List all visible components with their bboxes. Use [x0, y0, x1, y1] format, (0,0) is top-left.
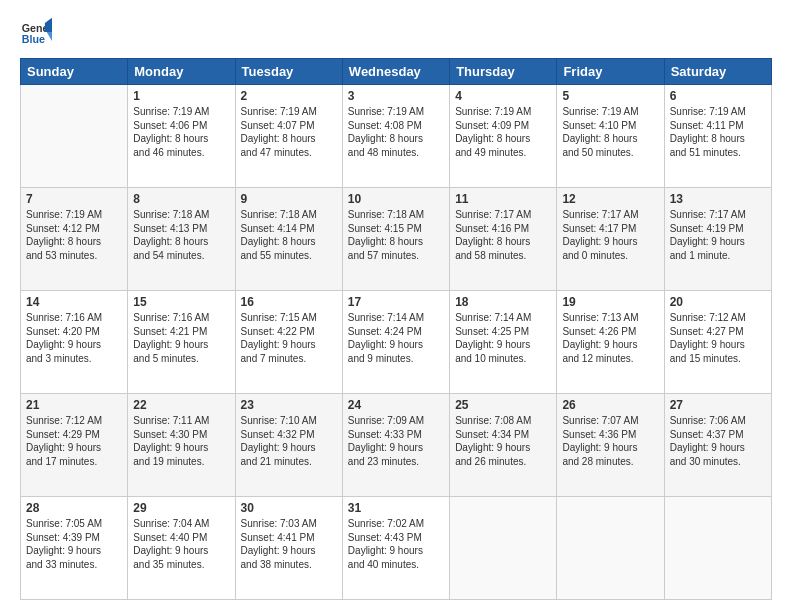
- calendar-cell: 15Sunrise: 7:16 AM Sunset: 4:21 PM Dayli…: [128, 291, 235, 394]
- day-number: 26: [562, 398, 658, 412]
- cell-content: Sunrise: 7:08 AM Sunset: 4:34 PM Dayligh…: [455, 414, 551, 468]
- cell-content: Sunrise: 7:02 AM Sunset: 4:43 PM Dayligh…: [348, 517, 444, 571]
- cell-content: Sunrise: 7:12 AM Sunset: 4:29 PM Dayligh…: [26, 414, 122, 468]
- calendar-cell: 8Sunrise: 7:18 AM Sunset: 4:13 PM Daylig…: [128, 188, 235, 291]
- weekday-header: Friday: [557, 59, 664, 85]
- cell-content: Sunrise: 7:17 AM Sunset: 4:17 PM Dayligh…: [562, 208, 658, 262]
- calendar-cell: 27Sunrise: 7:06 AM Sunset: 4:37 PM Dayli…: [664, 394, 771, 497]
- day-number: 22: [133, 398, 229, 412]
- day-number: 18: [455, 295, 551, 309]
- day-number: 14: [26, 295, 122, 309]
- logo-icon: General Blue: [20, 16, 52, 48]
- cell-content: Sunrise: 7:06 AM Sunset: 4:37 PM Dayligh…: [670, 414, 766, 468]
- page: General Blue SundayMondayTuesdayWednesda…: [0, 0, 792, 612]
- cell-content: Sunrise: 7:18 AM Sunset: 4:13 PM Dayligh…: [133, 208, 229, 262]
- calendar-cell: 17Sunrise: 7:14 AM Sunset: 4:24 PM Dayli…: [342, 291, 449, 394]
- day-number: 2: [241, 89, 337, 103]
- day-number: 15: [133, 295, 229, 309]
- day-number: 28: [26, 501, 122, 515]
- cell-content: Sunrise: 7:19 AM Sunset: 4:10 PM Dayligh…: [562, 105, 658, 159]
- calendar-cell: 10Sunrise: 7:18 AM Sunset: 4:15 PM Dayli…: [342, 188, 449, 291]
- calendar-cell: 16Sunrise: 7:15 AM Sunset: 4:22 PM Dayli…: [235, 291, 342, 394]
- day-number: 7: [26, 192, 122, 206]
- calendar-cell: [450, 497, 557, 600]
- cell-content: Sunrise: 7:19 AM Sunset: 4:07 PM Dayligh…: [241, 105, 337, 159]
- cell-content: Sunrise: 7:17 AM Sunset: 4:16 PM Dayligh…: [455, 208, 551, 262]
- weekday-header: Wednesday: [342, 59, 449, 85]
- calendar-cell: 23Sunrise: 7:10 AM Sunset: 4:32 PM Dayli…: [235, 394, 342, 497]
- cell-content: Sunrise: 7:19 AM Sunset: 4:06 PM Dayligh…: [133, 105, 229, 159]
- calendar-cell: 9Sunrise: 7:18 AM Sunset: 4:14 PM Daylig…: [235, 188, 342, 291]
- day-number: 12: [562, 192, 658, 206]
- day-number: 24: [348, 398, 444, 412]
- calendar-cell: 2Sunrise: 7:19 AM Sunset: 4:07 PM Daylig…: [235, 85, 342, 188]
- calendar-cell: 29Sunrise: 7:04 AM Sunset: 4:40 PM Dayli…: [128, 497, 235, 600]
- calendar-cell: 14Sunrise: 7:16 AM Sunset: 4:20 PM Dayli…: [21, 291, 128, 394]
- calendar-cell: 19Sunrise: 7:13 AM Sunset: 4:26 PM Dayli…: [557, 291, 664, 394]
- cell-content: Sunrise: 7:19 AM Sunset: 4:09 PM Dayligh…: [455, 105, 551, 159]
- cell-content: Sunrise: 7:19 AM Sunset: 4:11 PM Dayligh…: [670, 105, 766, 159]
- calendar-cell: [557, 497, 664, 600]
- cell-content: Sunrise: 7:14 AM Sunset: 4:24 PM Dayligh…: [348, 311, 444, 365]
- cell-content: Sunrise: 7:16 AM Sunset: 4:20 PM Dayligh…: [26, 311, 122, 365]
- weekday-header: Tuesday: [235, 59, 342, 85]
- calendar-cell: 22Sunrise: 7:11 AM Sunset: 4:30 PM Dayli…: [128, 394, 235, 497]
- weekday-header: Sunday: [21, 59, 128, 85]
- day-number: 16: [241, 295, 337, 309]
- calendar-cell: [664, 497, 771, 600]
- calendar-cell: 12Sunrise: 7:17 AM Sunset: 4:17 PM Dayli…: [557, 188, 664, 291]
- cell-content: Sunrise: 7:05 AM Sunset: 4:39 PM Dayligh…: [26, 517, 122, 571]
- calendar-cell: 6Sunrise: 7:19 AM Sunset: 4:11 PM Daylig…: [664, 85, 771, 188]
- day-number: 27: [670, 398, 766, 412]
- day-number: 13: [670, 192, 766, 206]
- day-number: 23: [241, 398, 337, 412]
- cell-content: Sunrise: 7:04 AM Sunset: 4:40 PM Dayligh…: [133, 517, 229, 571]
- calendar-cell: [21, 85, 128, 188]
- calendar-week-row: 1Sunrise: 7:19 AM Sunset: 4:06 PM Daylig…: [21, 85, 772, 188]
- calendar-cell: 5Sunrise: 7:19 AM Sunset: 4:10 PM Daylig…: [557, 85, 664, 188]
- day-number: 31: [348, 501, 444, 515]
- day-number: 29: [133, 501, 229, 515]
- calendar-cell: 7Sunrise: 7:19 AM Sunset: 4:12 PM Daylig…: [21, 188, 128, 291]
- cell-content: Sunrise: 7:07 AM Sunset: 4:36 PM Dayligh…: [562, 414, 658, 468]
- calendar-cell: 31Sunrise: 7:02 AM Sunset: 4:43 PM Dayli…: [342, 497, 449, 600]
- calendar-cell: 25Sunrise: 7:08 AM Sunset: 4:34 PM Dayli…: [450, 394, 557, 497]
- calendar-week-row: 7Sunrise: 7:19 AM Sunset: 4:12 PM Daylig…: [21, 188, 772, 291]
- cell-content: Sunrise: 7:13 AM Sunset: 4:26 PM Dayligh…: [562, 311, 658, 365]
- day-number: 8: [133, 192, 229, 206]
- calendar-cell: 3Sunrise: 7:19 AM Sunset: 4:08 PM Daylig…: [342, 85, 449, 188]
- day-number: 4: [455, 89, 551, 103]
- cell-content: Sunrise: 7:17 AM Sunset: 4:19 PM Dayligh…: [670, 208, 766, 262]
- header: General Blue: [20, 16, 772, 48]
- day-number: 9: [241, 192, 337, 206]
- calendar-week-row: 14Sunrise: 7:16 AM Sunset: 4:20 PM Dayli…: [21, 291, 772, 394]
- cell-content: Sunrise: 7:18 AM Sunset: 4:15 PM Dayligh…: [348, 208, 444, 262]
- calendar-cell: 28Sunrise: 7:05 AM Sunset: 4:39 PM Dayli…: [21, 497, 128, 600]
- svg-marker-2: [45, 18, 52, 32]
- day-number: 6: [670, 89, 766, 103]
- day-number: 25: [455, 398, 551, 412]
- day-number: 1: [133, 89, 229, 103]
- calendar-cell: 26Sunrise: 7:07 AM Sunset: 4:36 PM Dayli…: [557, 394, 664, 497]
- day-number: 10: [348, 192, 444, 206]
- cell-content: Sunrise: 7:15 AM Sunset: 4:22 PM Dayligh…: [241, 311, 337, 365]
- cell-content: Sunrise: 7:14 AM Sunset: 4:25 PM Dayligh…: [455, 311, 551, 365]
- calendar-week-row: 28Sunrise: 7:05 AM Sunset: 4:39 PM Dayli…: [21, 497, 772, 600]
- calendar-cell: 1Sunrise: 7:19 AM Sunset: 4:06 PM Daylig…: [128, 85, 235, 188]
- calendar-cell: 13Sunrise: 7:17 AM Sunset: 4:19 PM Dayli…: [664, 188, 771, 291]
- day-number: 19: [562, 295, 658, 309]
- cell-content: Sunrise: 7:12 AM Sunset: 4:27 PM Dayligh…: [670, 311, 766, 365]
- day-number: 3: [348, 89, 444, 103]
- logo: General Blue: [20, 16, 56, 48]
- day-number: 5: [562, 89, 658, 103]
- cell-content: Sunrise: 7:03 AM Sunset: 4:41 PM Dayligh…: [241, 517, 337, 571]
- calendar-cell: 30Sunrise: 7:03 AM Sunset: 4:41 PM Dayli…: [235, 497, 342, 600]
- calendar-week-row: 21Sunrise: 7:12 AM Sunset: 4:29 PM Dayli…: [21, 394, 772, 497]
- calendar-cell: 18Sunrise: 7:14 AM Sunset: 4:25 PM Dayli…: [450, 291, 557, 394]
- cell-content: Sunrise: 7:16 AM Sunset: 4:21 PM Dayligh…: [133, 311, 229, 365]
- cell-content: Sunrise: 7:18 AM Sunset: 4:14 PM Dayligh…: [241, 208, 337, 262]
- calendar-cell: 20Sunrise: 7:12 AM Sunset: 4:27 PM Dayli…: [664, 291, 771, 394]
- calendar-cell: 4Sunrise: 7:19 AM Sunset: 4:09 PM Daylig…: [450, 85, 557, 188]
- cell-content: Sunrise: 7:09 AM Sunset: 4:33 PM Dayligh…: [348, 414, 444, 468]
- cell-content: Sunrise: 7:11 AM Sunset: 4:30 PM Dayligh…: [133, 414, 229, 468]
